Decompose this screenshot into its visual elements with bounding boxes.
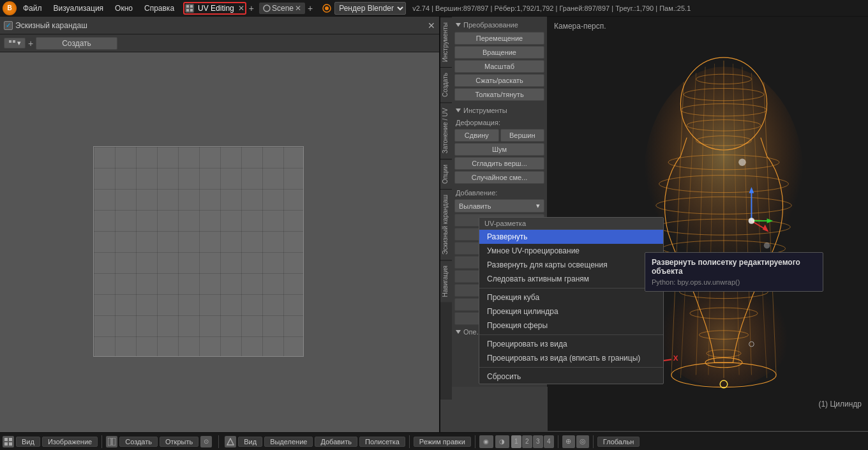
separator-bottom-3 [409,435,410,448]
deform-label: Деформация: [454,117,544,128]
menu-help[interactable]: Справка [139,3,179,14]
scene-tab-close[interactable]: ✕ [295,4,301,13]
workspace-tab-uv[interactable]: UV Editing ✕ [183,2,246,15]
tooltip-python: Python: bpy.ops.uv.unwrap() [652,278,816,286]
bottom-view-btn[interactable]: Вид [16,437,40,447]
vtab-tools[interactable]: Инструменты [440,17,452,67]
popup-item-unwrap[interactable]: Развернуть [479,230,663,244]
vtab-shading[interactable]: Затонение / UV [440,102,452,158]
create-button[interactable]: Создать [36,37,117,50]
bottom-create-btn[interactable]: Создать [119,437,158,447]
viewport-overlay-icon[interactable]: ◉ [479,435,493,448]
shear-btn[interactable]: Сдвину [454,129,499,142]
mode-selector[interactable]: ▾ [4,38,26,49]
tab-add-icon[interactable]: ✕ [238,4,244,13]
separator-bottom-1 [101,435,102,448]
stats-text: v2.74 | Вершин:897/897 | Рёбер:1,792/1,7… [412,4,691,12]
proportional-icon[interactable]: ◎ [576,435,589,448]
separator-bottom-5 [558,435,558,448]
extra-icons: ⊕ ◎ [562,435,589,448]
pencil-checkbox[interactable]: ✓ [4,21,13,30]
shade-4-icon[interactable]: 4 [544,435,554,448]
bottom-image-btn[interactable]: Изображение [42,437,98,447]
popup-item-lightmap[interactable]: Развернуть для карты освещения [479,258,663,272]
uv-editor-panel: ✓ Эскизный карандаш ✕ ▾ + Создать [0,17,440,450]
render-engine-select[interactable]: Рендер Blender [334,2,406,15]
random-btn[interactable]: Случайное сме... [454,171,544,184]
vtab-options[interactable]: Опции [440,159,452,189]
bottom-icon-left[interactable] [3,436,14,447]
separator-bottom-2 [218,435,219,448]
uv-grid-inner [94,147,303,356]
highlight-dot [738,158,746,166]
global-btn[interactable]: Глобальн [597,437,640,447]
workspace-tab-label: UV Editing [195,4,237,13]
uv-viewport[interactable] [0,52,439,450]
popup-header: UV-разметка [479,218,663,230]
extrude-label: Вылавить [459,202,491,210]
smooth-btn[interactable]: Сгладить верш... [454,157,544,170]
popup-item-reset[interactable]: Сбросить [479,370,663,384]
mode-label: ▾ [17,39,21,47]
svg-text:X: X [673,354,678,362]
vertex-btn[interactable]: Вершин [500,129,545,142]
snap-icon[interactable]: ⊕ [562,435,575,448]
popup-item-cylinder[interactable]: Проекция цилиндра [479,304,663,319]
tools-triangle [456,109,461,112]
scene-tab-add[interactable]: + [308,3,313,13]
popup-item-sphere[interactable]: Проекция сферы [479,319,663,333]
bottom-view-3d-btn[interactable]: Вид [238,437,262,447]
transform-triangle [456,23,461,27]
popup-item-project-bounds[interactable]: Проецировать из вида (вписать в границы) [479,351,663,365]
viewport-number-icons: 1 2 3 4 [511,435,554,448]
svg-point-48 [749,218,755,224]
mode-icon [8,40,16,47]
uv-toolbar: ✓ Эскизный карандаш ✕ [0,17,439,34]
bottom-add-btn[interactable]: Добавить [315,437,357,447]
bottom-mesh-btn[interactable]: Полисетка [359,437,405,447]
svg-point-6 [325,6,329,10]
push-btn[interactable]: Толкать/тянуть [454,88,544,101]
separator-3 [479,367,663,368]
rotate-btn[interactable]: Вращение [454,46,544,59]
svg-rect-7 [9,40,11,43]
bottom-left: Вид Изображение Создать Открыть ⊙ [3,435,212,448]
render-selector[interactable]: Рендер Blender [322,2,406,15]
menu-window[interactable]: Окно [110,3,138,14]
svg-rect-51 [4,442,8,446]
menu-render[interactable]: Визуализация [49,3,109,14]
svg-rect-54 [112,438,116,446]
bottom-add-icon[interactable] [106,436,117,447]
shade-1-icon[interactable]: 1 [511,435,521,448]
object-label: (1) Цилиндр [818,400,862,409]
tab-add-button[interactable]: + [249,3,254,13]
bottom-mode-btn[interactable]: Режим правки [414,437,471,447]
scale-btn[interactable]: Масштаб [454,60,544,73]
shade-2-icon[interactable]: 2 [522,435,532,448]
popup-item-project-view[interactable]: Проецировать из вида [479,337,663,351]
extrude-dropdown[interactable]: Вылавить ▾ [454,199,544,213]
noise-btn[interactable]: Шум [454,143,544,156]
bottom-open-btn[interactable]: Открыть [160,437,198,447]
move-btn[interactable]: Перемещение [454,32,544,45]
popup-item-follow[interactable]: Следовать активным граням [479,272,663,286]
add-panel-icon[interactable]: + [28,38,33,49]
bottom-select-btn[interactable]: Выделение [264,437,313,447]
svg-rect-1 [190,5,193,8]
popup-item-cube[interactable]: Проекция куба [479,290,663,304]
uv-menu-popup: UV-разметка Развернуть Умное UV-проециро… [479,217,664,384]
bottom-bar: Вид Изображение Создать Открыть ⊙ Вид Вы… [0,432,868,450]
shade-3-icon[interactable]: 3 [533,435,543,448]
popup-item-smart-uv[interactable]: Умное UV-проецирование [479,244,663,258]
bottom-icon-3[interactable]: ⊙ [200,436,212,447]
vtab-pencil[interactable]: Эскизный карандаш [440,189,452,260]
vtab-create[interactable]: Создать [440,67,452,102]
uv-second-toolbar: ▾ + Создать [0,34,439,52]
viewport-shade-icon[interactable]: ◑ [495,435,509,448]
menu-file[interactable]: Файл [18,3,47,14]
pencil-close-icon[interactable]: ✕ [428,20,435,31]
shrink-btn[interactable]: Сжать/раскать [454,74,544,87]
scene-tab[interactable]: Scene ✕ [259,3,305,14]
vtab-navigation[interactable]: Навигация [440,260,452,302]
bottom-3d-icon[interactable] [225,436,236,447]
